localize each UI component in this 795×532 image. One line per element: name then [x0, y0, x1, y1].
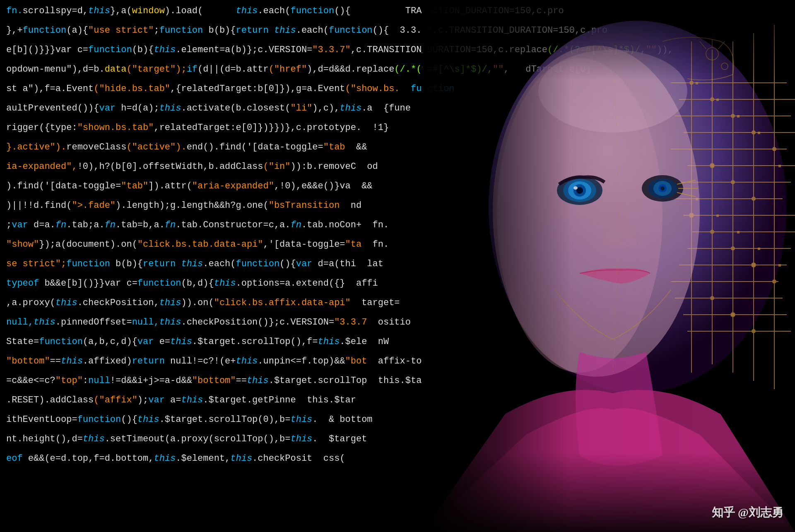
watermark: 知乎 @刘志勇	[712, 505, 783, 520]
svg-rect-72	[422, 0, 795, 532]
robot-face-overlay	[422, 0, 795, 532]
